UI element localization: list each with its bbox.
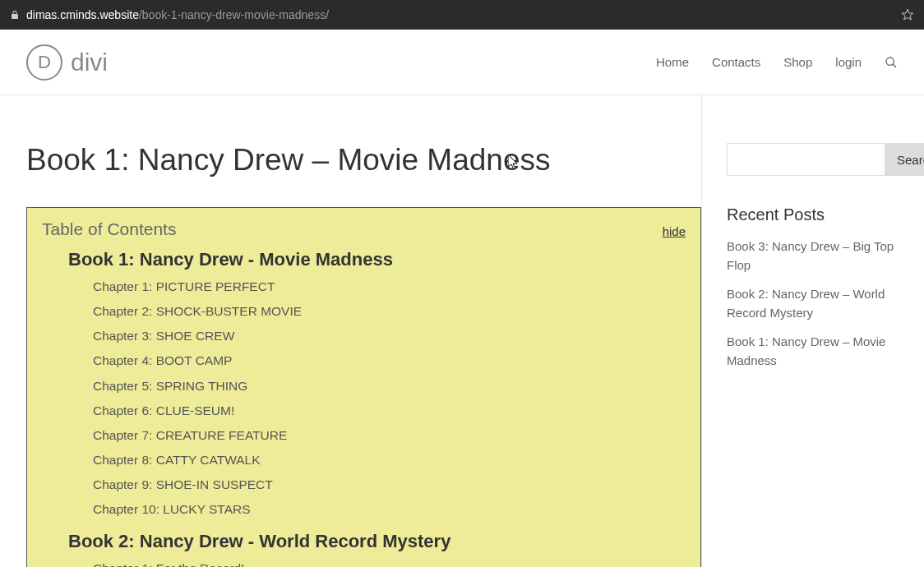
toc-chapter[interactable]: Chapter 10: LUCKY STARS: [93, 501, 686, 518]
toc-title: Table of Contents: [42, 219, 686, 239]
main-content: Book 1: Nancy Drew – Movie Madness Table…: [0, 95, 702, 567]
bookmark-star-icon[interactable]: [901, 8, 914, 21]
site-logo[interactable]: D divi: [26, 44, 108, 81]
toc-chapter[interactable]: Chapter 6: CLUE-SEUM!: [93, 403, 686, 419]
table-of-contents: Table of Contents hide Book 1: Nancy Dre…: [26, 207, 701, 567]
logo-icon: D: [26, 44, 62, 81]
recent-posts-title: Recent Posts: [727, 205, 911, 224]
toc-chapter[interactable]: Chapter 8: CATTY CATWALK: [93, 452, 686, 468]
search-button[interactable]: Search: [885, 143, 924, 176]
toc-hide-link[interactable]: hide: [663, 224, 686, 238]
toc-chapter[interactable]: Chapter 1: PICTURE PERFECT: [93, 279, 686, 295]
lock-icon: [10, 10, 20, 20]
logo-text: divi: [71, 48, 108, 76]
url-text[interactable]: dimas.cminds.website/book-1-nancy-drew-m…: [26, 8, 329, 21]
toc-chapter[interactable]: Chapter 9: SHOE-IN SUSPECT: [93, 477, 686, 493]
svg-marker-0: [902, 9, 912, 20]
search-input[interactable]: [727, 143, 885, 176]
main-nav: Home Contacts Shop login: [656, 55, 898, 69]
svg-line-2: [893, 64, 896, 67]
toc-chapter[interactable]: Chapter 1: For the Record!: [93, 560, 686, 567]
search-widget: Search: [727, 143, 911, 176]
site-header: D divi Home Contacts Shop login: [0, 30, 924, 95]
toc-chapter[interactable]: Chapter 5: SPRING THING: [93, 378, 686, 394]
nav-home[interactable]: Home: [656, 55, 689, 69]
sidebar: Search Recent Posts Book 3: Nancy Drew –…: [727, 95, 924, 567]
toc-chapter[interactable]: Chapter 4: BOOT CAMP: [93, 353, 686, 369]
toc-book-title[interactable]: Book 2: Nancy Drew - World Record Myster…: [68, 531, 686, 552]
toc-chapter[interactable]: Chapter 7: CREATURE FEATURE: [93, 427, 686, 444]
svg-point-1: [886, 58, 894, 65]
nav-shop[interactable]: Shop: [783, 55, 812, 69]
nav-login[interactable]: login: [835, 55, 862, 69]
page-title: Book 1: Nancy Drew – Movie Madness: [26, 143, 701, 177]
toc-book-title[interactable]: Book 1: Nancy Drew - Movie Madness: [68, 249, 686, 270]
nav-contacts[interactable]: Contacts: [712, 55, 760, 69]
toc-chapter[interactable]: Chapter 2: SHOCK-BUSTER MOVIE: [93, 303, 686, 320]
recent-post-link[interactable]: Book 2: Nancy Drew – World Record Myster…: [727, 285, 911, 322]
recent-post-link[interactable]: Book 1: Nancy Drew – Movie Madness: [727, 333, 911, 370]
search-icon[interactable]: [885, 56, 898, 69]
recent-post-link[interactable]: Book 3: Nancy Drew – Big Top Flop: [727, 237, 911, 274]
browser-address-bar: dimas.cminds.website/book-1-nancy-drew-m…: [0, 0, 924, 30]
toc-chapter[interactable]: Chapter 3: SHOE CREW: [93, 328, 686, 344]
